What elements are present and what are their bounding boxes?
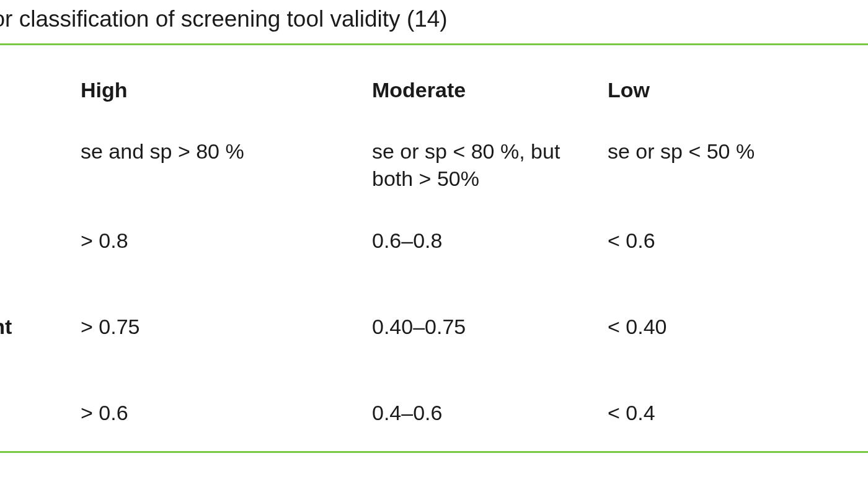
table-row: > 0.6 0.4–0.6 < 0.4	[0, 399, 868, 432]
cell-low: se or sp < 50 %	[608, 138, 868, 226]
cell-high: > 0.75	[81, 313, 372, 399]
row-label	[0, 399, 81, 432]
header-high: High	[81, 76, 372, 138]
document-page: values for classification of screening t…	[0, 0, 868, 487]
table-title: values for classification of screening t…	[0, 6, 781, 32]
cell-high: se and sp > 80 %	[81, 138, 372, 226]
top-rule	[0, 43, 868, 45]
validity-table: High Moderate Low se and sp > 80 % se or…	[0, 76, 868, 432]
cell-low: < 0.4	[608, 399, 868, 432]
cell-high: > 0.6	[81, 399, 372, 432]
cell-high: > 0.8	[81, 227, 372, 313]
table-row: cient > 0.75 0.40–0.75 < 0.40	[0, 313, 868, 399]
cell-moderate: 0.6–0.8	[372, 227, 608, 313]
row-label	[0, 227, 81, 313]
row-label-truncated: cient	[0, 313, 43, 399]
cell-moderate: se or sp < 80 %, but both > 50%	[372, 138, 608, 226]
row-label	[0, 138, 81, 226]
cell-low: < 0.6	[608, 227, 868, 313]
table-row: > 0.8 0.6–0.8 < 0.6	[0, 227, 868, 313]
header-blank	[0, 76, 81, 138]
cell-moderate: 0.4–0.6	[372, 399, 608, 432]
table-row: se and sp > 80 % se or sp < 80 %, but bo…	[0, 138, 868, 226]
cell-low: < 0.40	[608, 313, 868, 399]
cell-moderate: 0.40–0.75	[372, 313, 608, 399]
table-header-row: High Moderate Low	[0, 76, 868, 138]
header-low: Low	[608, 76, 868, 138]
bottom-rule	[0, 451, 868, 453]
header-moderate: Moderate	[372, 76, 608, 138]
